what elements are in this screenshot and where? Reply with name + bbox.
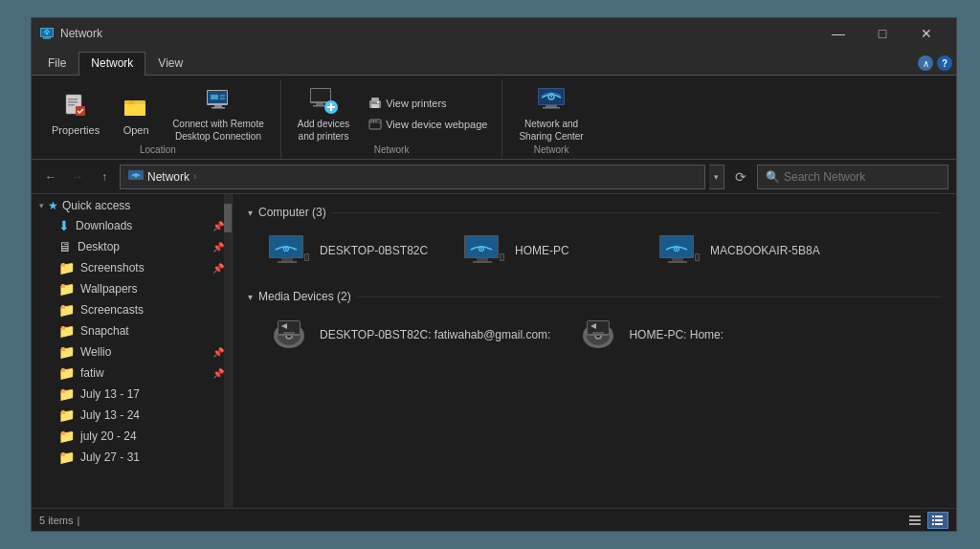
media-section-label: Media Devices (2) <box>258 290 351 303</box>
address-path[interactable]: Network › <box>120 165 705 189</box>
list-view-button[interactable] <box>904 512 925 529</box>
folder-icon-july-13-24: 📁 <box>58 407 75 423</box>
window-title: Network <box>60 27 816 40</box>
sidebar-item-july-27-31[interactable]: 📁 July 27 - 31 <box>32 447 232 468</box>
computer-icon-homepc <box>461 233 507 268</box>
forward-button[interactable]: → <box>66 165 89 188</box>
details-view-button[interactable] <box>927 512 948 529</box>
network-device-buttons: Add devicesand printers View printers <box>289 79 495 147</box>
connect-remote-button[interactable]: Connect with RemoteDesktop Connection <box>164 79 273 147</box>
open-button[interactable]: Open <box>112 86 160 141</box>
content-area: ▾ Computer (3) <box>233 194 956 508</box>
location-section-label: Location <box>35 144 280 155</box>
folder-icon-fatiw: 📁 <box>58 365 75 381</box>
add-devices-icon <box>308 84 339 115</box>
folder-icon-snapchat: 📁 <box>58 323 75 339</box>
sidebar-item-snapchat[interactable]: 📁 Snapchat <box>32 320 232 341</box>
computer-icon-macbookair <box>657 233 702 268</box>
add-devices-button[interactable]: Add devicesand printers <box>289 79 358 147</box>
path-label: Network <box>147 170 189 184</box>
computer-chevron-icon: ▾ <box>248 208 253 218</box>
computer-item-desktop-0bst82c[interactable]: DESKTOP-0BST82C <box>256 227 447 274</box>
quick-access-header[interactable]: ▾ ★ Quick access <box>32 196 232 215</box>
svg-rect-26 <box>371 104 379 108</box>
sidebar-item-july-27-31-label: July 27 - 31 <box>80 450 224 464</box>
svg-rect-20 <box>311 89 330 101</box>
sidebar-item-desktop[interactable]: 🖥 Desktop 📌 <box>32 236 232 257</box>
sidebar-scrollbar-thumb[interactable] <box>224 204 232 232</box>
address-bar: ← → ↑ Network › ▾ ⟳ 🔍 <box>32 160 956 194</box>
tab-file[interactable]: File <box>35 52 78 76</box>
sidebar-item-july-13-24[interactable]: 📁 July 13 - 24 <box>32 405 232 426</box>
folder-icon-wallpapers: 📁 <box>58 281 75 296</box>
svg-rect-51 <box>477 258 488 261</box>
properties-label: Properties <box>52 124 100 136</box>
sidebar-item-july-13-17[interactable]: 📁 July 13 - 17 <box>32 384 232 405</box>
sidebar-item-wellio[interactable]: 📁 Wellio 📌 <box>32 341 232 362</box>
media-item-home-pc[interactable]: HOME-PC: Home: <box>565 311 756 359</box>
svg-point-46 <box>285 248 287 250</box>
svg-point-3 <box>46 33 49 35</box>
computer-item-homepc-label: HOME-PC <box>515 244 569 257</box>
address-dropdown-button[interactable]: ▾ <box>709 165 724 189</box>
refresh-button[interactable]: ⟳ <box>728 165 753 189</box>
properties-icon <box>60 91 91 121</box>
computer-items-grid: DESKTOP-0BST82C <box>248 227 941 274</box>
network-sharing-button[interactable]: Network andSharing Center <box>510 79 591 147</box>
sidebar-item-downloads[interactable]: ⬇ Downloads 📌 <box>32 215 232 236</box>
computer-section-line <box>332 212 941 213</box>
media-item-desktop[interactable]: DESKTOP-0BST82C: fatiwahab@gmail.com: <box>256 311 561 359</box>
minimize-button[interactable]: — <box>816 18 860 49</box>
svg-rect-83 <box>935 516 943 517</box>
view-printers-label: View printers <box>386 98 446 109</box>
svg-rect-8 <box>68 104 75 106</box>
ribbon-section-network-devices: Add devicesand printers View printers <box>281 79 503 159</box>
window-icon <box>39 26 55 41</box>
view-device-webpage-button[interactable]: View device webpage <box>362 115 494 134</box>
folder-icon-screenshots: 📁 <box>58 260 75 275</box>
sidebar-item-screenshots[interactable]: 📁 Screenshots 📌 <box>32 257 232 278</box>
sidebar-item-wallpapers[interactable]: 📁 Wallpapers <box>32 278 232 299</box>
tab-network[interactable]: Network <box>78 52 145 76</box>
search-input[interactable] <box>784 170 940 184</box>
properties-button[interactable]: Properties <box>43 86 108 141</box>
pin-icon-desktop: 📌 <box>212 242 224 253</box>
remote-desktop-icon <box>203 84 234 115</box>
svg-rect-71 <box>283 332 295 334</box>
help-button[interactable]: ? <box>937 55 952 71</box>
svg-rect-78 <box>592 332 604 334</box>
maximize-button[interactable]: □ <box>860 18 904 49</box>
network-sub-buttons: View printers View device webpage <box>362 94 494 134</box>
svg-point-27 <box>377 101 379 103</box>
computer-item-home-pc[interactable]: HOME-PC <box>451 227 642 274</box>
sidebar-item-fatiw[interactable]: 📁 fatiw 📌 <box>32 362 232 384</box>
sidebar-item-july-20-24[interactable]: 📁 july 20 - 24 <box>32 426 232 447</box>
sidebar-item-screencasts[interactable]: 📁 Screencasts <box>32 299 232 320</box>
svg-point-30 <box>373 120 375 121</box>
svg-rect-43 <box>281 258 293 261</box>
svg-rect-16 <box>211 95 218 99</box>
up-button[interactable]: ↑ <box>93 165 116 188</box>
folder-icon-july-20-24: 📁 <box>58 428 75 444</box>
tab-view[interactable]: View <box>145 52 195 76</box>
view-printers-button[interactable]: View printers <box>362 94 494 113</box>
svg-rect-18 <box>220 98 225 99</box>
computer-icon-desktop <box>266 233 312 268</box>
network-sharing-label: Network andSharing Center <box>519 118 583 143</box>
sidebar-item-july-20-24-label: july 20 - 24 <box>80 429 224 443</box>
svg-rect-6 <box>68 99 78 100</box>
sidebar-item-wellio-label: Wellio <box>80 345 207 359</box>
svg-rect-86 <box>932 523 934 525</box>
computer-item-macbookair[interactable]: MACBOOKAIR-5B8A <box>646 227 837 274</box>
close-button[interactable]: ✕ <box>904 18 948 49</box>
svg-rect-22 <box>313 105 326 107</box>
collapse-ribbon-button[interactable]: ∧ <box>918 55 933 71</box>
downloads-icon: ⬇ <box>58 218 70 233</box>
path-chevron: › <box>193 171 196 182</box>
quick-access-group: ▾ ★ Quick access ⬇ Downloads 📌 🖥 Desktop… <box>32 194 232 470</box>
back-button[interactable]: ← <box>39 165 62 188</box>
svg-rect-11 <box>124 104 145 116</box>
computer-item-macbookair-label: MACBOOKAIR-5B8A <box>710 244 820 257</box>
sidebar: ▾ ★ Quick access ⬇ Downloads 📌 🖥 Desktop… <box>32 194 233 508</box>
title-bar: Network — □ ✕ <box>32 18 956 49</box>
